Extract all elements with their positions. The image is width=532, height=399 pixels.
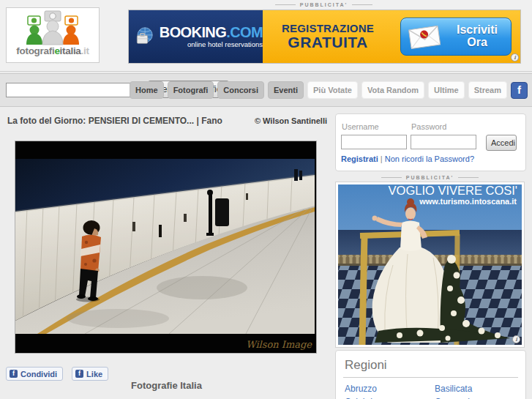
- nav-concorsi[interactable]: Concorsi: [217, 81, 264, 99]
- ad-info-icon[interactable]: i: [511, 53, 519, 61]
- tuscany-banner-ad[interactable]: VOGLIO VIVERE COSI' www.turismo.intoscan…: [335, 182, 525, 348]
- globe-suitcase-icon: [134, 22, 155, 51]
- facebook-icon: f: [75, 370, 83, 378]
- facebook-share-button[interactable]: f Condividi: [6, 367, 63, 381]
- nav-eventi[interactable]: Eventi: [268, 81, 304, 99]
- search-input[interactable]: [6, 83, 148, 97]
- photo-watermark: Wilson Image: [246, 339, 312, 350]
- facebook-like-button[interactable]: f Like: [72, 367, 108, 381]
- subscribe-now-label: Iscriviti Ora: [443, 24, 511, 49]
- header: fotografieitalia.it PUBBLICITA' BOOKING.…: [0, 0, 532, 72]
- forgot-password-link[interactable]: Non ricordi la Password?: [385, 154, 474, 163]
- password-field[interactable]: [411, 135, 476, 149]
- nav-ultime[interactable]: Ultime: [428, 81, 465, 99]
- region-link-basilicata[interactable]: Basilicata: [435, 384, 517, 394]
- ad-info-icon[interactable]: i: [512, 335, 520, 343]
- ad-label-top: PUBBLICITA': [128, 2, 520, 7]
- booking-banner-ad[interactable]: BOOKING.COM online hotel reservations RE…: [128, 10, 521, 64]
- login-button[interactable]: Accedi: [486, 135, 517, 151]
- booking-promo-text: REGISTRAZIONE GRATUITA: [263, 23, 393, 51]
- username-field[interactable]: [341, 135, 407, 149]
- site-name-footer: Fotografie Italia: [0, 380, 333, 391]
- site-logo[interactable]: fotografieitalia.it: [6, 7, 100, 63]
- regions-panel: Regioni Abruzzo Basilicata Calabria Camp…: [335, 350, 526, 399]
- booking-promo-panel: REGISTRAZIONE GRATUITA Isc: [263, 10, 520, 63]
- nav-vota-random[interactable]: Vota Random: [361, 81, 424, 99]
- main-nav: Home Fotografi Concorsi Eventi Più Votat…: [130, 81, 528, 99]
- subscribe-now-button[interactable]: Iscriviti Ora: [400, 18, 512, 56]
- tuscany-ad-url: www.turismo.intoscana.it: [419, 197, 517, 206]
- photographers-logo-icon: [12, 10, 93, 45]
- envelope-icon: [405, 22, 443, 51]
- booking-brand-panel: BOOKING.COM online hotel reservations: [129, 10, 263, 63]
- register-link[interactable]: Registrati: [341, 154, 378, 163]
- username-label: Username: [342, 122, 379, 131]
- nav-piu-votate[interactable]: Più Votate: [307, 81, 358, 99]
- regions-title: Regioni: [345, 358, 517, 373]
- link-separator: |: [378, 154, 385, 163]
- facebook-icon: f: [10, 370, 18, 378]
- region-link-abruzzo[interactable]: Abruzzo: [345, 384, 435, 394]
- nav-home[interactable]: Home: [130, 81, 164, 99]
- site-logo-text: fotografieitalia.it: [7, 45, 99, 56]
- facebook-icon[interactable]: f: [511, 82, 528, 99]
- nav-fotografi[interactable]: Fotografi: [168, 81, 214, 99]
- photo-credit: © Wilson Santinelli: [255, 116, 327, 125]
- toolbar: Cerca Fotografie Home Fotografi Concorsi…: [0, 73, 532, 107]
- booking-tagline: online hotel reservations: [160, 41, 263, 48]
- photo-of-day[interactable]: Wilson Image: [15, 141, 317, 354]
- photo-scene: Wilson Image: [15, 141, 315, 351]
- tuscany-ad-scene: VOGLIO VIVERE COSI' www.turismo.intoscan…: [338, 184, 522, 345]
- social-buttons: f Condividi f Like: [6, 367, 108, 381]
- ad-label-side: PUBBLICITA': [335, 175, 525, 180]
- booking-brand: BOOKING.COM: [160, 25, 263, 40]
- nav-stream[interactable]: Stream: [468, 81, 507, 99]
- password-label: Password: [411, 122, 446, 131]
- login-box: Username Password Accedi Registrati | No…: [335, 113, 526, 171]
- tuscany-ad-title: VOGLIO VIVERE COSI': [389, 184, 517, 197]
- photo-of-day-title: La foto del Giorno: PENSIERI DI CEMENTO.…: [7, 116, 222, 126]
